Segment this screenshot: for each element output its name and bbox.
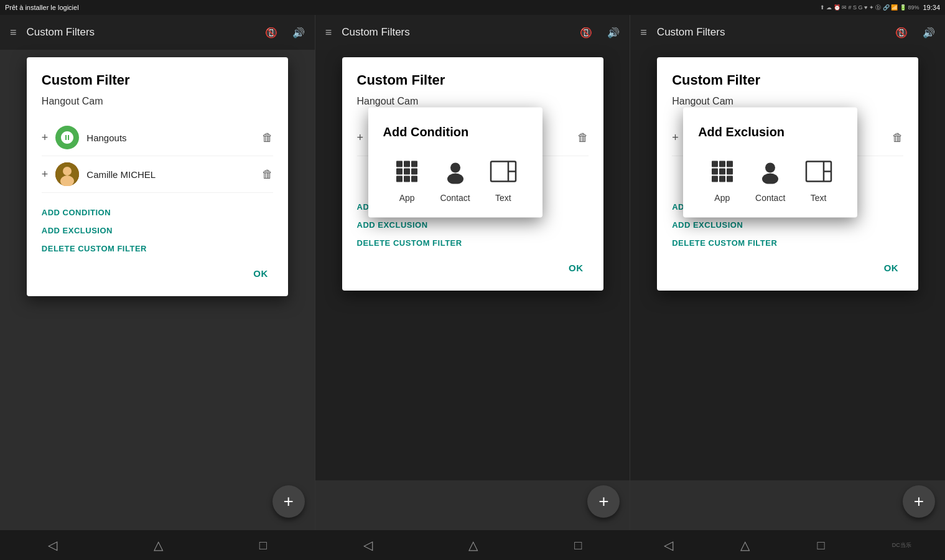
status-time: 19:34 — [923, 4, 940, 11]
volume-icon-2[interactable]: 🔊 — [607, 27, 620, 39]
panel-bg-1: Custom Filter Hangout Cam + Hangouts 🗑 + — [0, 50, 315, 530]
svg-point-8 — [765, 162, 775, 172]
status-text-install: Prêt à installer le logiciel — [5, 4, 79, 11]
recents-nav-1[interactable]: □ — [259, 538, 267, 553]
plus-icon-2: + — [357, 131, 364, 144]
recents-nav-2[interactable]: □ — [574, 538, 582, 553]
back-nav-2[interactable]: ◁ — [363, 538, 373, 553]
add-exclusion-link-1[interactable]: ADD EXCLUSION — [42, 226, 273, 235]
volume-icon-3[interactable]: 🔊 — [923, 27, 935, 39]
recents-nav-3[interactable]: □ — [817, 538, 824, 553]
plus-icon-contact-1[interactable]: + — [42, 168, 49, 181]
add-condition-link-1[interactable]: ADD CONDITION — [42, 208, 273, 217]
fab-3[interactable]: + — [903, 485, 935, 518]
home-nav-3[interactable]: △ — [740, 538, 750, 553]
volume-icon-1[interactable]: 🔊 — [292, 27, 305, 39]
back-nav-3[interactable]: ◁ — [664, 538, 673, 553]
svg-point-4 — [447, 173, 463, 184]
text-label-2: Text — [495, 192, 511, 202]
home-nav-2[interactable]: △ — [468, 538, 478, 553]
text-icon-2 — [488, 156, 518, 186]
app-label-2: App — [399, 192, 415, 202]
dialog-subtitle-3: Hangout Cam — [672, 96, 903, 107]
bottom-nav: ◁ △ □ ◁ △ □ ◁ △ □ DC当乐 — [0, 530, 945, 560]
toolbar-2: ≡ Custom Filters 📵 🔊 — [315, 15, 630, 50]
trash-icon-contact-1[interactable]: 🗑 — [262, 168, 273, 181]
toolbar-title-3: Custom Filters — [657, 26, 880, 39]
ok-button-1[interactable]: OK — [248, 266, 273, 281]
toolbar-title-1: Custom Filters — [27, 26, 250, 39]
dialog-title-3: Custom Filter — [672, 72, 903, 88]
plus-icon-1[interactable]: + — [42, 131, 49, 144]
toolbar-3: ≡ Custom Filters 📵 🔊 — [630, 15, 945, 50]
add-exclusion-link-2: ADD EXCLUSION — [357, 220, 589, 230]
fab-plus-icon-3: + — [914, 493, 924, 510]
main-dialog-3: Custom Filter Hangout Cam + Hangouts 🗑 A… — [657, 57, 918, 291]
ok-button-3: OK — [879, 260, 904, 276]
menu-icon-3[interactable]: ≡ — [640, 26, 647, 39]
contact-label-opt-3: Contact — [755, 192, 785, 202]
text-label-3: Text — [811, 192, 827, 202]
delete-filter-link-1[interactable]: DELETE CUSTOM FILTER — [42, 244, 273, 253]
filter-item-hangouts-1: + Hangouts 🗑 — [42, 119, 273, 156]
sub-dialog-options-3: App Contact — [698, 156, 842, 202]
ok-button-2: OK — [564, 260, 589, 276]
dialog-ok-row-3: OK — [672, 260, 903, 276]
dialog-title-1: Custom Filter — [42, 72, 273, 88]
trash-icon-2: 🗑 — [577, 131, 589, 144]
bell-slash-icon-1[interactable]: 📵 — [265, 27, 277, 39]
fab-1[interactable]: + — [272, 485, 305, 518]
bell-slash-icon-2[interactable]: 📵 — [580, 27, 592, 39]
add-exclusion-link-3: ADD EXCLUSION — [672, 220, 903, 230]
sub-dialog-option-contact-2[interactable]: Contact — [440, 156, 470, 202]
svg-point-1 — [63, 167, 72, 175]
panel-2: ≡ Custom Filters 📵 🔊 Custom Filter Hango… — [315, 15, 631, 530]
status-icons-mid: ⬆ ☁ ⏰ ✉ # S G ♥ ✦ ⓑ 🔗 📶 🔋 89% — [820, 4, 919, 12]
contact-label-opt-2: Contact — [440, 192, 470, 202]
bell-slash-icon-3[interactable]: 📵 — [895, 27, 908, 39]
app-icon-grid-2 — [392, 156, 422, 186]
sub-dialog-option-app-3[interactable]: App — [707, 156, 737, 202]
dialog-ok-row-1: OK — [42, 266, 273, 281]
sub-dialog-option-text-2[interactable]: Text — [488, 156, 518, 202]
contact-avatar-1 — [55, 162, 79, 186]
svg-point-3 — [450, 162, 460, 172]
dialog-actions-1: ADD CONDITION ADD EXCLUSION DELETE CUSTO… — [42, 208, 273, 253]
toolbar-title-2: Custom Filters — [342, 26, 565, 39]
dialog-subtitle-1: Hangout Cam — [42, 96, 273, 107]
bottom-nav-section-1: ◁ △ □ — [0, 538, 315, 553]
fab-plus-icon-1: + — [283, 493, 293, 510]
toolbar-1: ≡ Custom Filters 📵 🔊 — [0, 15, 315, 50]
sub-dialog-option-app-2[interactable]: App — [392, 156, 422, 202]
sub-dialog-title-2: Add Condition — [383, 124, 528, 139]
panels-container: ≡ Custom Filters 📵 🔊 Custom Filter Hango… — [0, 15, 945, 530]
sub-dialog-option-contact-3[interactable]: Contact — [755, 156, 785, 202]
trash-icon-3: 🗑 — [892, 131, 903, 144]
back-nav-1[interactable]: ◁ — [48, 538, 57, 553]
dc-logo: DC当乐 — [892, 541, 911, 549]
sub-dialog-option-text-3[interactable]: Text — [804, 156, 834, 202]
hangouts-label-1: Hangouts — [86, 133, 254, 143]
status-bar-left: Prêt à installer le logiciel — [5, 4, 79, 11]
add-condition-dialog: Add Condition App — [368, 107, 542, 217]
trash-icon-hangouts-1[interactable]: 🗑 — [262, 131, 273, 144]
home-nav-1[interactable]: △ — [154, 538, 163, 553]
plus-icon-3: + — [672, 131, 679, 144]
fab-2[interactable]: + — [587, 485, 620, 518]
panel-bg-2: Custom Filter Hangout Cam + Hangouts 🗑 A… — [315, 50, 630, 530]
svg-point-9 — [762, 173, 778, 184]
bottom-nav-section-2: ◁ △ □ — [315, 538, 630, 553]
fab-container-1: + — [272, 485, 305, 518]
grid-icon-2 — [396, 161, 417, 182]
sub-dialog-title-3: Add Exclusion — [698, 124, 842, 139]
text-icon-3 — [804, 156, 834, 186]
hangouts-icon-1 — [55, 126, 79, 149]
delete-filter-link-3: DELETE CUSTOM FILTER — [672, 238, 903, 248]
bottom-nav-section-3: ◁ △ □ DC当乐 — [630, 538, 945, 553]
dialog-title-2: Custom Filter — [357, 72, 589, 88]
fab-container-2: + — [587, 485, 620, 518]
app-icon-grid-3 — [707, 156, 737, 186]
contact-person-icon-3 — [755, 156, 785, 186]
menu-icon-2[interactable]: ≡ — [325, 26, 332, 39]
menu-icon-1[interactable]: ≡ — [10, 26, 17, 39]
